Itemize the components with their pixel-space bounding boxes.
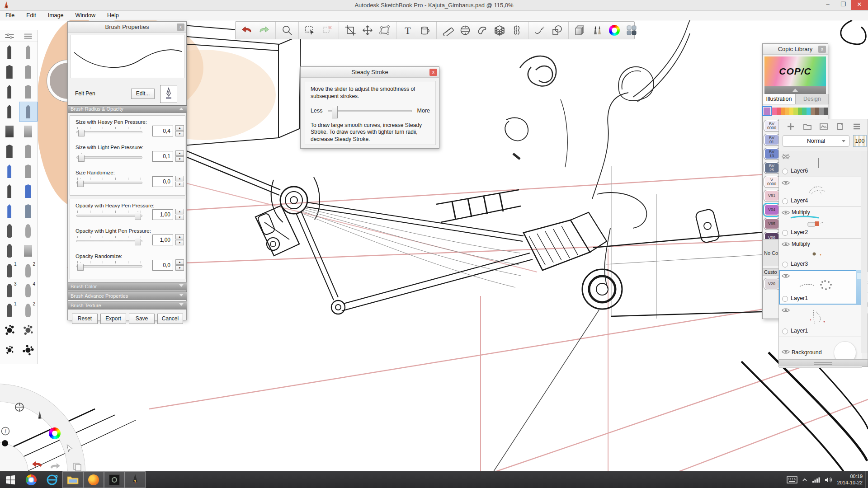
interface-toggle[interactable] — [623, 23, 640, 38]
brush-slot[interactable] — [0, 62, 19, 82]
size-randomize-slider[interactable] — [76, 182, 142, 184]
brush-slot[interactable]: 2 — [19, 300, 38, 320]
swatch[interactable] — [772, 108, 776, 115]
import-image-icon[interactable] — [819, 122, 828, 131]
menu-file[interactable]: File — [5, 12, 14, 19]
minimize-button[interactable]: – — [820, 0, 835, 10]
perspective-tool[interactable] — [491, 23, 508, 38]
copic-titlebar[interactable]: Copic Library x — [763, 44, 828, 55]
swatch[interactable] — [802, 108, 806, 115]
brush-slot[interactable] — [0, 82, 19, 102]
layer-opacity-field[interactable]: 100 — [853, 135, 867, 147]
eye-visible-icon[interactable] — [782, 349, 790, 355]
spin-down-button[interactable]: ▼ — [175, 265, 184, 271]
eye-visible-icon[interactable] — [782, 307, 790, 313]
spin-up-button[interactable]: ▲ — [175, 234, 184, 239]
brush-slot-selected-felt-pen[interactable] — [19, 102, 38, 122]
section-brush-radius-opacity[interactable]: Brush Radius & Opacity — [68, 105, 187, 113]
swatch[interactable] — [819, 108, 823, 115]
opacity-light-slider[interactable] — [76, 240, 142, 242]
marker-chip[interactable]: BV 13 — [764, 148, 780, 160]
ruler-tool[interactable] — [439, 23, 457, 38]
brush-type-button[interactable] — [160, 85, 177, 103]
opacity-light-value[interactable]: 1,00 — [152, 235, 173, 245]
tab-design[interactable]: Design — [796, 94, 829, 104]
ellipse-guide-tool[interactable] — [457, 23, 474, 38]
copic-collapse-bar[interactable] — [764, 86, 826, 94]
export-button[interactable]: Export — [100, 314, 126, 324]
blend-mode-select[interactable]: Normal — [783, 135, 849, 147]
eye-visible-icon[interactable] — [782, 273, 790, 279]
lagoon-pencil-icon[interactable] — [34, 410, 45, 421]
spin-up-button[interactable]: ▲ — [175, 259, 184, 265]
edit-brush-button[interactable]: Edit... — [131, 89, 155, 99]
taskbar-clock[interactable]: 00:19 2014-10-22 — [837, 474, 866, 486]
brush-slot[interactable] — [0, 122, 19, 141]
brush-slot[interactable]: 3 — [0, 281, 19, 300]
brush-slot[interactable] — [0, 161, 19, 181]
marker-chip-selected[interactable]: V04 — [764, 204, 780, 216]
swatch[interactable] — [781, 108, 785, 115]
spin-up-button[interactable]: ▲ — [175, 209, 184, 214]
opacity-heavy-slider[interactable] — [76, 215, 142, 217]
section-brush-texture[interactable]: Brush Texture — [68, 301, 187, 310]
size-light-value[interactable]: 0,1 — [152, 151, 173, 162]
menu-image[interactable]: Image — [48, 12, 64, 19]
taskbar-ie-icon[interactable] — [42, 471, 62, 488]
brush-slot[interactable]: 1 — [0, 261, 19, 281]
brush-slot[interactable] — [19, 181, 38, 201]
layer-menu-icon[interactable] — [852, 122, 861, 131]
symmetry-tool[interactable] — [508, 23, 525, 38]
opacity-randomize-slider[interactable] — [76, 265, 142, 267]
lagoon-undo-icon[interactable] — [31, 460, 42, 469]
layer-radio[interactable] — [782, 230, 788, 236]
brush-slot[interactable] — [0, 201, 19, 221]
brush-slot[interactable] — [0, 221, 19, 241]
reset-button[interactable]: Reset — [72, 314, 98, 324]
brush-slot[interactable] — [0, 102, 19, 122]
brush-slot[interactable] — [19, 141, 38, 161]
brush-slot[interactable] — [0, 320, 19, 340]
swatch[interactable] — [811, 108, 815, 115]
steady-stroke-close-button[interactable]: x — [429, 69, 437, 76]
opacity-heavy-value[interactable]: 1,00 — [152, 209, 173, 220]
brush-slot[interactable] — [19, 42, 38, 62]
brush-properties-titlebar[interactable]: Brush Properties x — [68, 22, 186, 33]
save-button[interactable]: Save — [129, 314, 155, 324]
layer-radio[interactable] — [782, 169, 788, 174]
layer-row-layer2[interactable]: Multiply Layer2 — [779, 207, 862, 239]
brush-slot[interactable] — [19, 320, 38, 340]
layer-row-layer6[interactable]: Layer6 — [779, 151, 862, 177]
text-tool[interactable]: T — [399, 23, 416, 38]
touch-keyboard-icon[interactable] — [787, 476, 797, 483]
brush-slot[interactable] — [0, 181, 19, 201]
layer-radio[interactable] — [782, 198, 788, 204]
start-button[interactable] — [0, 471, 21, 488]
eye-hidden-icon[interactable] — [782, 154, 790, 160]
custom-color-button[interactable]: Custo — [763, 268, 781, 276]
brush-slot[interactable] — [0, 340, 19, 360]
close-button[interactable]: ✕ — [851, 0, 868, 10]
tray-expand-icon[interactable] — [802, 478, 807, 482]
layer-row-layer1-selected[interactable]: Layer1 — [779, 270, 862, 305]
brush-slot[interactable] — [0, 241, 19, 261]
marker-chip[interactable]: V95 — [764, 218, 780, 230]
lagoon-cursor-icon[interactable] — [65, 444, 74, 453]
palette-settings-icon[interactable] — [5, 33, 14, 39]
brush-slot[interactable] — [19, 122, 38, 141]
brush-slot[interactable] — [19, 201, 38, 221]
brush-palette-toggle[interactable] — [589, 23, 606, 38]
swatch[interactable] — [798, 108, 802, 115]
tab-illustration[interactable]: Illustration — [763, 94, 796, 104]
layer-radio[interactable] — [782, 328, 788, 334]
lagoon-info-icon[interactable]: i — [1, 427, 10, 436]
brush-slot[interactable] — [19, 340, 38, 360]
size-randomize-value[interactable]: 0,0 — [152, 176, 173, 187]
brush-slot[interactable] — [19, 241, 38, 261]
taskbar-sketchbook-icon[interactable] — [125, 471, 146, 488]
layer-row-layer1[interactable]: Layer1 — [779, 305, 862, 337]
lagoon-puck-icon[interactable] — [14, 401, 25, 413]
layer-row-layer4[interactable]: Layer4 — [779, 177, 862, 207]
spin-up-button[interactable]: ▲ — [175, 150, 184, 156]
swatch[interactable] — [793, 108, 797, 115]
